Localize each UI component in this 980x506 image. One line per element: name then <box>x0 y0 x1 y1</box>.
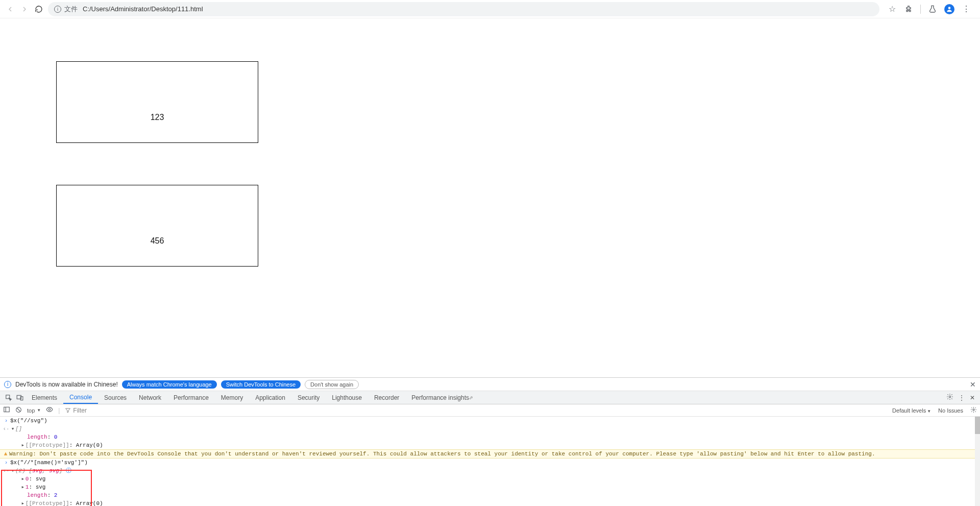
devtools-more-icon[interactable]: ⋮ <box>959 394 965 401</box>
tab-network[interactable]: Network <box>133 391 167 404</box>
url-text: C:/Users/Administrator/Desktop/111.html <box>83 5 203 13</box>
svg-2-text: 456 <box>151 236 164 246</box>
svg-element-2: 456 <box>56 185 258 267</box>
console-settings-icon[interactable] <box>970 406 977 415</box>
inspect-element-icon[interactable] <box>3 394 14 401</box>
extensions-icon[interactable] <box>904 5 913 14</box>
labs-icon[interactable] <box>928 5 937 14</box>
issues-link[interactable]: No Issues <box>938 407 963 414</box>
tab-sources[interactable]: Sources <box>98 391 133 404</box>
devtools-tabstrip: Elements Console Sources Network Perform… <box>0 391 980 404</box>
warning-text: Warning: Don't paste code into the DevTo… <box>9 450 978 457</box>
console-input-row: › $x("//svg") <box>0 417 980 425</box>
bookmark-star-icon[interactable]: ☆ <box>888 5 897 14</box>
tab-performance-insights[interactable]: Performance insights ⬀ <box>405 391 479 404</box>
reload-button[interactable] <box>34 4 44 14</box>
forward-button[interactable] <box>19 4 30 14</box>
console-warning-row: ▲ Warning: Don't paste code into the Dev… <box>0 449 980 459</box>
tab-console[interactable]: Console <box>63 391 98 404</box>
devtools-settings-icon[interactable] <box>946 393 953 402</box>
switch-language-button[interactable]: Switch DevTools to Chinese <box>221 380 301 389</box>
devtools-language-infobar: i DevTools is now available in Chinese! … <box>0 378 980 391</box>
url-scheme-label: 文件 <box>64 5 78 14</box>
tab-security[interactable]: Security <box>291 391 326 404</box>
devtools-close-icon[interactable]: ✕ <box>970 394 975 401</box>
console-command-2: $x("//*[name()='svg']") <box>10 459 978 466</box>
console-result-row[interactable]: ▸[[Prototype]]: Array(0) <box>0 441 980 449</box>
separator <box>920 5 921 14</box>
warning-triangle-icon: ▲ <box>2 450 9 457</box>
page-viewport: 123 456 <box>0 18 980 377</box>
console-clear-icon[interactable] <box>15 406 22 415</box>
profile-avatar-icon[interactable] <box>944 4 954 14</box>
svg-point-9 <box>48 408 51 411</box>
tab-performance[interactable]: Performance <box>167 391 215 404</box>
console-result-row[interactable]: ▸1: svg <box>0 483 980 491</box>
console-sidebar-toggle-icon[interactable] <box>3 406 10 415</box>
console-result-row[interactable]: ‹· ▾(2) [svg, svg] ⓘ <box>0 467 980 475</box>
svg-line-8 <box>17 408 20 412</box>
toolbar-right-icons: ☆ ⋮ <box>884 4 975 14</box>
console-filter-bar: top▼ | Filter Default levels▼ No Issues <box>0 404 980 417</box>
dont-show-again-button[interactable]: Don't show again <box>305 380 359 389</box>
console-result-row: length: 0 <box>0 433 980 441</box>
console-output[interactable]: › $x("//svg") ‹· ▾[] length: 0 ▸[[Protot… <box>0 417 980 506</box>
log-levels-dropdown[interactable]: Default levels▼ <box>892 407 931 414</box>
console-input-row: › $x("//*[name()='svg']") <box>0 459 980 467</box>
svg-point-0 <box>948 7 951 9</box>
close-infobar-icon[interactable]: ✕ <box>970 380 976 389</box>
address-bar[interactable]: i 文件 C:/Users/Administrator/Desktop/111.… <box>48 2 879 16</box>
console-command-1: $x("//svg") <box>10 417 978 424</box>
svg-element-1: 123 <box>56 61 258 143</box>
svg-1-text: 123 <box>151 113 164 122</box>
svg-rect-5 <box>4 407 10 412</box>
infobar-text: DevTools is now available in Chinese! <box>15 381 118 388</box>
menu-kebab-icon[interactable]: ⋮ <box>962 5 971 14</box>
back-button[interactable] <box>5 4 15 14</box>
info-icon[interactable]: ⓘ <box>66 468 71 474</box>
tab-application[interactable]: Application <box>249 391 291 404</box>
tab-lighthouse[interactable]: Lighthouse <box>326 391 368 404</box>
svg-point-4 <box>949 396 951 398</box>
console-result-row[interactable]: ▸[[Prototype]]: Array(0) <box>0 499 980 506</box>
console-result-row[interactable]: ▸0: svg <box>0 475 980 483</box>
console-filter-input[interactable]: Filter <box>65 407 87 414</box>
live-expression-icon[interactable] <box>46 406 53 415</box>
tab-recorder[interactable]: Recorder <box>368 391 405 404</box>
site-info-icon[interactable]: i <box>54 6 61 13</box>
scrollbar-thumb[interactable] <box>975 417 980 434</box>
info-icon: i <box>4 381 11 388</box>
tab-memory[interactable]: Memory <box>215 391 249 404</box>
execution-context-selector[interactable]: top▼ <box>27 407 41 414</box>
device-toggle-icon[interactable] <box>14 394 26 401</box>
console-result-row: length: 2 <box>0 491 980 499</box>
console-result-row[interactable]: ‹· ▾[] <box>0 425 980 433</box>
browser-toolbar: i 文件 C:/Users/Administrator/Desktop/111.… <box>0 0 980 18</box>
match-language-button[interactable]: Always match Chrome's language <box>122 380 217 389</box>
tab-elements[interactable]: Elements <box>26 391 63 404</box>
devtools-panel: i DevTools is now available in Chinese! … <box>0 377 980 506</box>
svg-point-10 <box>973 408 974 410</box>
